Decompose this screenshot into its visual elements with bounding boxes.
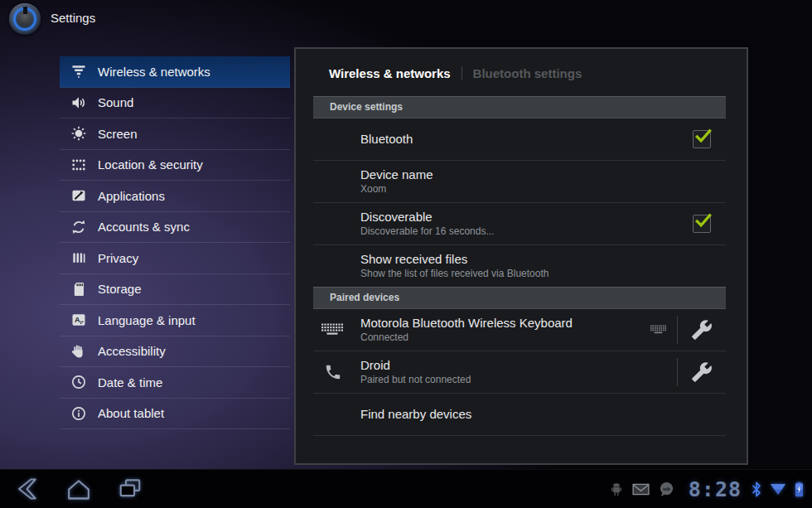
recent-apps-icon	[115, 477, 145, 501]
row-actions	[650, 309, 726, 351]
paired-device-row-keyboard[interactable]: Motorola Bluetooth Wireless Keyboard Con…	[313, 309, 726, 351]
home-icon	[64, 477, 94, 501]
sidebar-item-applications[interactable]: Applications	[60, 181, 290, 212]
screen-icon	[70, 125, 87, 142]
row-title: Show received files	[360, 252, 726, 267]
discoverable-checkbox[interactable]	[693, 215, 711, 233]
applications-icon	[70, 187, 87, 204]
accounts-sync-icon	[70, 219, 87, 235]
bluetooth-checkbox[interactable]	[693, 130, 711, 148]
page-title: Settings	[51, 11, 95, 25]
sidebar-item-label: Accessibility	[98, 344, 166, 358]
privacy-icon	[70, 249, 87, 266]
sidebar-item-wireless-networks[interactable]: Wireless & networks	[60, 56, 290, 88]
row-actions	[677, 351, 726, 393]
sidebar-item-label: Applications	[98, 189, 165, 203]
bluetooth-settings-panel: Wireless & networks Bluetooth settings D…	[294, 47, 748, 465]
sidebar-item-label: Screen	[98, 127, 138, 141]
breadcrumb-separator	[462, 66, 462, 80]
row-subtitle: Paired but not connected	[360, 374, 726, 386]
phone-icon	[324, 363, 342, 381]
sidebar-item-label: Wireless & networks	[98, 65, 210, 79]
sidebar-item-label: Accounts & sync	[98, 220, 190, 234]
sidebar-item-label: Sound	[98, 95, 133, 109]
wireless-networks-icon	[70, 63, 87, 80]
wrench-icon	[691, 319, 713, 341]
gmail-notification-icon	[632, 483, 650, 496]
row-title: Discoverable	[360, 210, 726, 225]
storage-icon	[70, 281, 87, 298]
sidebar-item-date-time[interactable]: Date & time	[60, 367, 290, 399]
row-divider	[313, 435, 726, 436]
row-subtitle: Xoom	[360, 183, 726, 196]
device-name-row[interactable]: Device name Xoom	[313, 161, 726, 202]
navigation-buttons	[12, 470, 146, 508]
sidebar-item-label: Date & time	[98, 375, 162, 389]
about-tablet-icon	[70, 405, 87, 422]
breadcrumb-bluetooth-settings: Bluetooth settings	[473, 66, 582, 80]
language-input-icon: A	[70, 312, 87, 328]
back-icon	[12, 477, 42, 501]
row-subtitle: Show the list of files received via Blue…	[360, 268, 726, 280]
row-title: Device name	[360, 167, 726, 182]
sidebar-item-sound[interactable]: Sound	[60, 88, 290, 119]
svg-text:talk: talk	[663, 486, 670, 491]
paired-devices-header: Paired devices	[313, 287, 726, 309]
device-settings-header: Device settings	[313, 96, 726, 119]
row-title: Find nearby devices	[360, 407, 726, 422]
bluetooth-status-icon	[752, 481, 761, 497]
row-title: Bluetooth	[360, 132, 726, 147]
sidebar-item-label: Privacy	[98, 251, 138, 265]
sound-icon	[70, 94, 87, 111]
row-subtitle: Discoverable for 16 seconds...	[360, 225, 726, 238]
date-time-icon	[70, 374, 87, 390]
sidebar-item-language-input[interactable]: A Language & input	[60, 305, 290, 336]
find-nearby-devices-row[interactable]: Find nearby devices	[313, 394, 726, 435]
device-options-button[interactable]	[678, 309, 726, 351]
row-title: Droid	[360, 358, 726, 373]
sidebar-item-label: Location & security	[98, 157, 203, 172]
sidebar-item-storage[interactable]: Storage	[60, 274, 290, 306]
settings-icon-notch	[23, 7, 27, 14]
back-button[interactable]	[12, 477, 43, 501]
breadcrumb-wireless-networks[interactable]: Wireless & networks	[329, 66, 451, 80]
recent-apps-button[interactable]	[114, 477, 146, 501]
sidebar-item-privacy[interactable]: Privacy	[60, 243, 290, 274]
action-bar: Settings	[0, 0, 812, 41]
wrench-icon	[691, 361, 713, 383]
device-options-button[interactable]	[678, 351, 726, 393]
system-bar: talk 8:28	[0, 469, 812, 508]
check-icon	[694, 211, 713, 230]
accessibility-icon	[70, 343, 87, 360]
battery-status-icon	[795, 481, 804, 497]
svg-text:A: A	[75, 316, 80, 324]
sidebar-item-about-tablet[interactable]: About tablet	[60, 399, 290, 430]
discoverable-toggle-row[interactable]: Discoverable Discoverable for 16 seconds…	[313, 203, 726, 244]
settings-sidebar: Wireless & networks Sound Screen Locatio…	[60, 56, 290, 429]
android-notification-icon	[610, 481, 623, 496]
sidebar-item-accessibility[interactable]: Accessibility	[60, 336, 290, 368]
check-icon	[694, 127, 713, 146]
status-area[interactable]: talk 8:28	[610, 470, 804, 508]
sidebar-item-location-security[interactable]: Location & security	[60, 150, 290, 181]
breadcrumb: Wireless & networks Bluetooth settings	[329, 64, 747, 82]
sidebar-item-label: About tablet	[98, 406, 164, 420]
sidebar-item-accounts-sync[interactable]: Accounts & sync	[60, 212, 290, 244]
keyboard-type-badge-icon	[650, 325, 666, 335]
show-received-files-row[interactable]: Show received files Show the list of fil…	[313, 245, 726, 287]
status-clock: 8:28	[689, 477, 742, 501]
paired-devices-list: Motorola Bluetooth Wireless Keyboard Con…	[313, 309, 726, 436]
sidebar-item-screen[interactable]: Screen	[60, 119, 290, 150]
device-settings-list: Bluetooth Device name Xoom Discoverable …	[313, 119, 726, 287]
paired-device-row-droid[interactable]: Droid Paired but not connected	[313, 351, 726, 393]
keyboard-icon	[321, 323, 343, 336]
home-button[interactable]	[63, 477, 94, 501]
settings-app-icon	[9, 3, 41, 35]
signal-strength-icon	[771, 484, 785, 495]
sidebar-item-label: Language & input	[98, 313, 196, 327]
talk-notification-icon: talk	[659, 481, 674, 497]
sidebar-item-label: Storage	[98, 282, 142, 296]
location-security-icon	[70, 157, 87, 173]
bluetooth-toggle-row[interactable]: Bluetooth	[313, 119, 726, 160]
